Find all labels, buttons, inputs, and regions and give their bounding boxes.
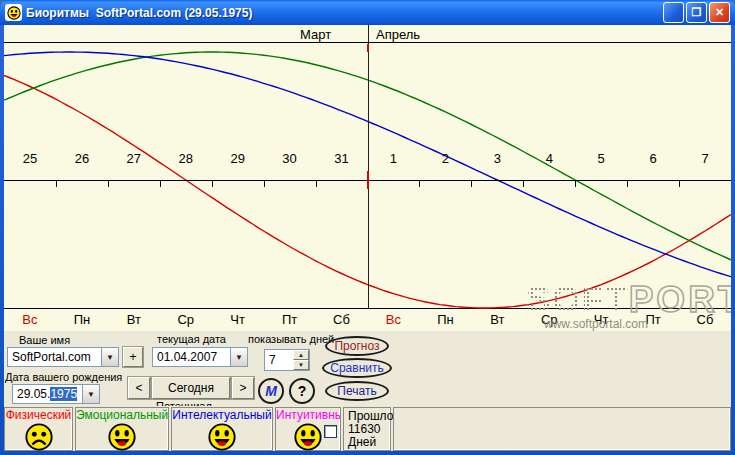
legend-row: Физический Эмоциональный Интелектуальный… — [4, 406, 731, 451]
elapsed-days-panel: Прошло 11630 Дней — [343, 407, 391, 451]
month-label-april: Апрель — [376, 27, 420, 42]
selected-year: 1975 — [50, 387, 77, 401]
current-date-label: текущая дата — [157, 333, 226, 345]
day-number: 25 — [23, 151, 37, 166]
birth-date-label: Дата вашего рождения — [5, 371, 122, 383]
compare-button[interactable]: Сравнить — [322, 358, 392, 378]
weekday-label: Вт — [127, 312, 141, 327]
window-title: Биоритмы SoftPortal.com (29.05.1975) — [26, 6, 663, 20]
axis-tick — [56, 180, 57, 187]
month-label-march: Март — [300, 27, 331, 42]
name-label: Ваше имя — [19, 334, 70, 346]
forecast-button[interactable]: Прогноз — [325, 336, 389, 356]
legend-item[interactable]: Физический — [4, 407, 73, 451]
day-number: 26 — [75, 151, 89, 166]
minimize-icon[interactable] — [663, 2, 684, 23]
legend-label: Эмоциональный — [76, 408, 168, 422]
axis-tick — [471, 180, 472, 187]
smiley-icon — [293, 422, 323, 451]
help-button[interactable]: ? — [289, 378, 315, 404]
day-number: 4 — [546, 151, 553, 166]
chevron-down-icon[interactable]: ▼ — [230, 348, 247, 366]
axis-tick — [523, 180, 524, 187]
weekday-label: Пт — [645, 312, 660, 327]
weekday-label: Вт — [490, 312, 504, 327]
name-combobox[interactable]: SoftPortal.com ▼ — [7, 347, 119, 367]
day-number: 27 — [127, 151, 141, 166]
m-button[interactable]: М — [258, 378, 284, 404]
day-number: 3 — [494, 151, 501, 166]
prev-day-button[interactable]: < — [128, 377, 150, 399]
birth-date-field[interactable]: 29.05.1975 ▼ — [12, 384, 100, 404]
show-days-label: показывать дней — [248, 333, 334, 345]
day-number: 6 — [649, 151, 656, 166]
app-window: Биоритмы SoftPortal.com (29.05.1975) ❐ ✕… — [0, 0, 735, 455]
axis-tick — [160, 180, 161, 187]
spin-down-icon[interactable]: ▼ — [293, 360, 309, 370]
smiley-icon — [24, 422, 54, 451]
weekday-label: Сб — [697, 312, 714, 327]
add-name-button[interactable]: + — [123, 347, 143, 367]
current-date-mark-top — [367, 44, 369, 52]
day-number: 1 — [390, 151, 397, 166]
weekday-label: Чт — [594, 312, 609, 327]
axis-tick — [575, 180, 576, 187]
chevron-down-icon[interactable]: ▼ — [82, 385, 99, 403]
legend-label: Физический — [5, 408, 72, 422]
legend-item[interactable]: Интуитивный — [275, 407, 341, 451]
day-number: 7 — [701, 151, 708, 166]
spin-up-icon[interactable]: ▲ — [293, 350, 309, 360]
intuitive-checkbox[interactable] — [324, 425, 337, 438]
axis-tick — [316, 180, 317, 187]
weekday-row: ВсПнВтСрЧтПтСбВсПнВтСрЧтПтСб — [4, 309, 731, 330]
month-divider-line — [368, 25, 369, 309]
axis-tick — [264, 180, 265, 187]
plot-area: 252627282930311234567 — [4, 43, 731, 309]
current-date-combobox[interactable]: 01.04.2007 ▼ — [152, 347, 248, 367]
legend-item[interactable]: Эмоциональный — [75, 407, 169, 451]
chevron-down-icon[interactable]: ▼ — [101, 348, 118, 366]
next-day-button[interactable]: > — [232, 377, 254, 399]
day-number: 30 — [282, 151, 296, 166]
legend-item[interactable]: Интелектуальный — [171, 407, 273, 451]
weekday-label: Пт — [282, 312, 297, 327]
weekday-label: Вс — [22, 312, 37, 327]
legend-label: Интелектуальный — [172, 408, 272, 422]
biorhythm-chart: Март Апрель 252627282930311234567 ВсПнВт… — [4, 25, 731, 331]
legend-label: Интуитивный — [276, 408, 340, 422]
maximize-icon[interactable]: ❐ — [686, 2, 707, 23]
day-number: 5 — [598, 151, 605, 166]
controls-panel: Ваше имя SoftPortal.com ▼ + текущая дата… — [4, 331, 731, 406]
weekday-label: Вс — [386, 312, 401, 327]
empty-panel — [393, 407, 731, 451]
axis-tick — [212, 180, 213, 187]
weekday-label: Сб — [333, 312, 350, 327]
weekday-label: Пн — [74, 312, 91, 327]
smiley-icon — [107, 422, 137, 451]
smiley-icon — [207, 422, 237, 451]
close-icon[interactable]: ✕ — [709, 2, 730, 23]
day-number: 31 — [334, 151, 348, 166]
titlebar[interactable]: Биоритмы SoftPortal.com (29.05.1975) ❐ ✕ — [0, 0, 735, 25]
day-number: 28 — [179, 151, 193, 166]
app-smiley-icon — [5, 4, 22, 21]
print-button[interactable]: Печать — [325, 381, 389, 401]
weekday-label: Ср — [541, 312, 558, 327]
day-number: 29 — [230, 151, 244, 166]
axis-tick — [627, 180, 628, 187]
weekday-label: Пн — [437, 312, 454, 327]
axis-tick — [108, 180, 109, 187]
weekday-label: Ср — [177, 312, 194, 327]
weekday-label: Чт — [230, 312, 245, 327]
show-days-stepper[interactable]: 7 ▲ ▼ — [264, 349, 310, 371]
client-area: Март Апрель 252627282930311234567 ВсПнВт… — [4, 25, 731, 451]
today-button[interactable]: Сегодня — [152, 377, 230, 399]
day-number: 2 — [442, 151, 449, 166]
current-date-mark-axis — [367, 171, 369, 189]
axis-tick — [419, 180, 420, 187]
axis-tick — [679, 180, 680, 187]
